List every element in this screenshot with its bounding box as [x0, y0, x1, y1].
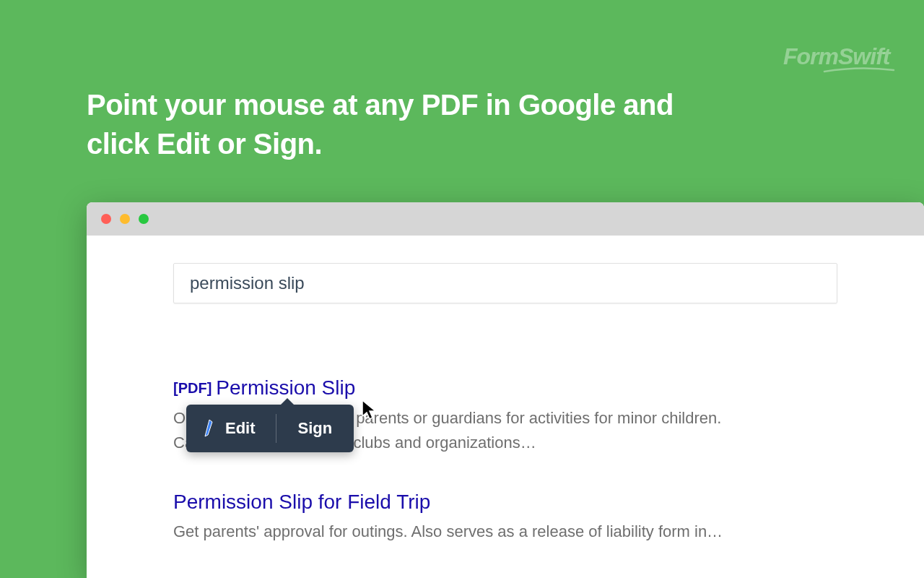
result-title-text: Permission Slip for Field Trip [173, 491, 430, 513]
hero-heading: Point your mouse at any PDF in Google an… [87, 85, 674, 163]
hero-line-2: click Edit or Sign. [87, 124, 674, 163]
result-description: Get parents' approval for outings. Also … [173, 519, 837, 544]
edit-button[interactable]: Edit [186, 405, 276, 452]
formswift-tooltip: Edit Sign [186, 405, 354, 452]
close-icon[interactable] [101, 214, 111, 224]
result-title-link[interactable]: Permission Slip for Field Trip [173, 490, 837, 514]
minimize-icon[interactable] [120, 214, 130, 224]
result-title-text: Permission Slip [216, 376, 355, 399]
edit-label: Edit [225, 419, 256, 438]
browser-titlebar [87, 202, 924, 236]
search-query-text: permission slip [190, 273, 305, 293]
result-title-link[interactable]: [PDF]Permission Slip [173, 376, 837, 400]
brand-logo: FormSwift [783, 43, 895, 73]
browser-content: permission slip [PDF]Permission Slip Obt… [87, 236, 924, 578]
sign-button[interactable]: Sign [276, 405, 354, 452]
sign-label: Sign [298, 419, 333, 438]
search-input[interactable]: permission slip [173, 263, 837, 303]
search-result: [PDF]Permission Slip Obtain authorizatio… [173, 376, 837, 455]
pdf-tag: [PDF] [173, 380, 212, 396]
browser-window: permission slip [PDF]Permission Slip Obt… [87, 202, 924, 578]
maximize-icon[interactable] [139, 214, 149, 224]
search-result: Permission Slip for Field Trip Get paren… [173, 490, 837, 545]
search-results: [PDF]Permission Slip Obtain authorizatio… [173, 376, 837, 544]
brand-name: FormSwift [783, 43, 889, 69]
pen-icon [202, 419, 217, 438]
hero-line-1: Point your mouse at any PDF in Google an… [87, 85, 674, 124]
result-desc-line: Get parents' approval for outings. Also … [173, 519, 837, 544]
